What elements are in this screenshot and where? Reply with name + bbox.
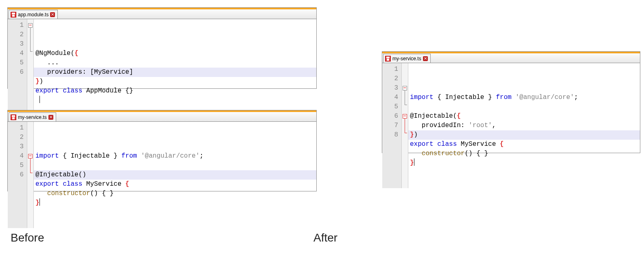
code-line: providedIn: 'root', — [410, 121, 640, 130]
line-gutter: 1 2 3 4 5 6 — [8, 122, 27, 228]
before-label: Before — [11, 231, 44, 244]
editor-before-top: app.module.ts ✕ 1 2 3 4 5 6 − @NgModule(… — [7, 7, 317, 89]
fold-toggle-icon[interactable]: − — [403, 86, 407, 90]
caret-icon — [39, 198, 40, 206]
caret-icon — [39, 96, 40, 103]
line-gutter: 1 2 3 4 5 6 7 8 — [382, 63, 402, 188]
code-content[interactable]: @NgModule({ ... providers: [MyService]})… — [34, 19, 316, 125]
save-icon — [385, 56, 391, 62]
code-line: export class AppModule {} — [35, 86, 316, 96]
code-line: @Injectable({ — [410, 112, 640, 121]
tab-label: app.module.ts — [18, 12, 48, 18]
code-line: } — [410, 158, 640, 168]
tab-bar: my-service.ts ✕ — [8, 110, 316, 122]
fold-column: − − — [402, 63, 408, 188]
editor-before-bottom: my-service.ts ✕ 1 2 3 4 5 6 − import { I… — [7, 110, 317, 191]
code-area[interactable]: 1 2 3 4 5 6 7 8 − − import { Injectable … — [382, 63, 640, 188]
code-line: export class MyService { — [410, 140, 640, 149]
line-gutter: 1 2 3 4 5 6 — [8, 19, 27, 125]
file-tab[interactable]: my-service.ts ✕ — [9, 112, 56, 121]
code-area[interactable]: 1 2 3 4 5 6 − @NgModule({ ... providers:… — [8, 19, 316, 125]
code-line: ... — [35, 58, 316, 68]
editor-after: my-service.ts ✕ 1 2 3 4 5 6 7 8 − − impo… — [382, 51, 640, 153]
tab-label: my-service.ts — [392, 56, 421, 62]
code-line — [410, 102, 640, 112]
caret-icon — [414, 158, 414, 166]
code-line: @Injectable() — [35, 170, 316, 180]
code-line: providers: [MyService] — [35, 68, 316, 77]
code-line: @NgModule({ — [35, 49, 316, 58]
code-line: } — [35, 198, 316, 208]
close-icon[interactable]: ✕ — [50, 12, 55, 17]
code-line: }) — [35, 77, 316, 86]
close-icon[interactable]: ✕ — [48, 115, 53, 120]
code-line: }) — [410, 130, 640, 140]
fold-toggle-icon[interactable]: − — [28, 154, 33, 158]
fold-toggle-icon[interactable]: − — [28, 23, 33, 28]
save-icon — [11, 12, 16, 18]
code-line: import { Injectable } from '@angular/cor… — [410, 93, 640, 102]
after-label: After — [313, 231, 337, 244]
tab-bar: app.module.ts ✕ — [8, 8, 316, 19]
code-line — [35, 161, 316, 170]
code-line: constructor() { } — [410, 149, 640, 158]
code-line: constructor() { } — [35, 189, 316, 198]
close-icon[interactable]: ✕ — [423, 56, 428, 61]
fold-column: − — [27, 19, 34, 125]
fold-column: − — [27, 122, 34, 228]
file-tab[interactable]: my-service.ts ✕ — [383, 54, 431, 63]
file-tab[interactable]: app.module.ts ✕ — [9, 10, 58, 19]
code-content[interactable]: import { Injectable } from '@angular/cor… — [34, 122, 316, 228]
tab-label: my-service.ts — [18, 114, 47, 120]
save-icon — [11, 114, 16, 120]
code-line — [35, 96, 316, 105]
fold-toggle-icon[interactable]: − — [403, 114, 407, 119]
code-area[interactable]: 1 2 3 4 5 6 − import { Injectable } from… — [8, 122, 316, 228]
code-line: export class MyService { — [35, 180, 316, 189]
tab-bar: my-service.ts ✕ — [382, 52, 640, 63]
code-content[interactable]: import { Injectable } from '@angular/cor… — [408, 63, 640, 188]
code-line: import { Injectable } from '@angular/cor… — [35, 152, 316, 161]
